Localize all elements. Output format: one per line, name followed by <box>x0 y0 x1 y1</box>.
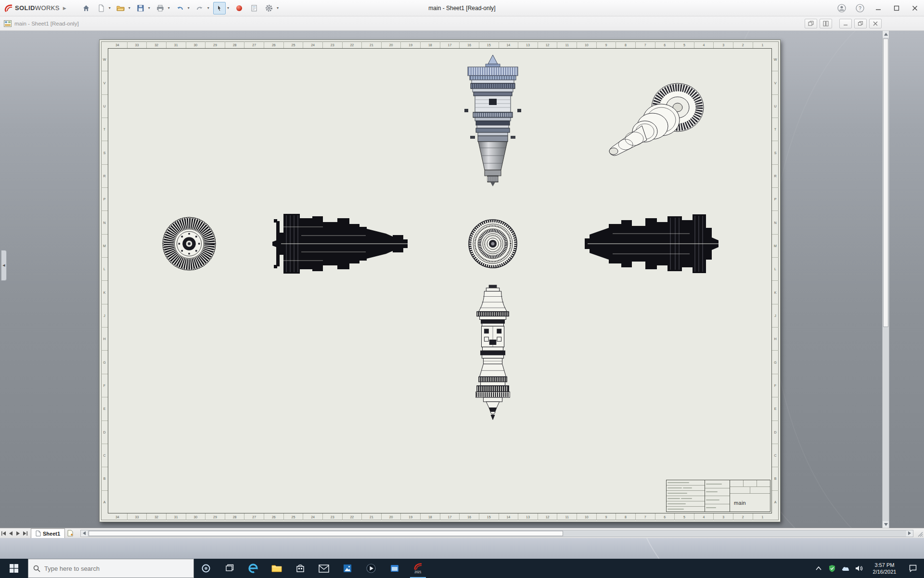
mail-button[interactable] <box>312 559 335 578</box>
options-dropdown-caret[interactable]: ▾ <box>275 6 280 10</box>
tab-sheet1[interactable]: Sheet1 <box>31 528 65 538</box>
feature-panel-collapse-tab[interactable]: ◀ <box>1 250 7 281</box>
user-account-button[interactable] <box>833 0 851 16</box>
zone-label: 5 <box>674 513 694 520</box>
drawing-view-side-right[interactable] <box>584 213 722 274</box>
print-dropdown-caret[interactable]: ▾ <box>167 6 171 10</box>
open-dropdown-caret[interactable]: ▾ <box>127 6 132 10</box>
task-view-icon <box>225 564 234 573</box>
doc-restore-button[interactable] <box>854 19 867 28</box>
next-sheet-button[interactable] <box>14 529 22 538</box>
redo-button[interactable] <box>193 2 206 14</box>
horizontal-scrollbar[interactable] <box>80 530 913 537</box>
zone-label: E <box>101 397 108 420</box>
search-input[interactable] <box>44 565 179 572</box>
help-button[interactable]: ? <box>851 0 869 16</box>
close-button[interactable] <box>906 0 924 16</box>
solidworks-logo-icon <box>4 3 13 13</box>
title-block-fields <box>705 480 730 512</box>
add-sheet-button[interactable] <box>65 529 76 538</box>
zone-label: R <box>772 164 779 187</box>
options-button[interactable] <box>263 2 275 14</box>
select-button[interactable] <box>213 2 226 14</box>
print-button[interactable] <box>154 2 167 14</box>
sphere-button[interactable] <box>233 2 245 14</box>
brand-expand-arrow[interactable]: ▶ <box>63 6 66 11</box>
cortana-button[interactable] <box>194 559 218 578</box>
title-block[interactable]: main <box>666 480 770 512</box>
solidworks-taskbar-button[interactable]: 2021 <box>406 559 430 578</box>
undo-button[interactable] <box>174 2 186 14</box>
zone-label: 18 <box>420 513 440 520</box>
zone-label: 26 <box>264 513 283 520</box>
windows-logo-icon <box>10 564 18 573</box>
open-button[interactable] <box>115 2 127 14</box>
zone-label: M <box>101 234 108 257</box>
save-dropdown-caret[interactable]: ▾ <box>147 6 152 10</box>
prev-sheet-button[interactable] <box>7 529 14 538</box>
minimize-icon <box>875 5 881 11</box>
select-dropdown-caret[interactable]: ▾ <box>226 6 231 10</box>
onedrive-cloud-icon[interactable] <box>839 559 852 578</box>
maximize-button[interactable] <box>887 0 906 16</box>
hidden-icons-chevron[interactable] <box>812 559 825 578</box>
zone-label: 21 <box>361 41 381 48</box>
volume-icon[interactable] <box>853 559 865 578</box>
scroll-down-arrow[interactable] <box>883 521 889 528</box>
taskbar-clock[interactable]: 3:57 PM 2/16/2021 <box>866 559 903 578</box>
doc-close-button[interactable] <box>869 19 882 28</box>
drawing-viewport[interactable]: ◀ 34333231302928272625242322212019181716… <box>0 31 924 528</box>
vertical-scrollbar[interactable] <box>882 31 889 528</box>
task-view-button[interactable] <box>218 559 241 578</box>
undo-dropdown-caret[interactable]: ▾ <box>186 6 191 10</box>
doc-minimize-button[interactable] <box>839 19 852 28</box>
print-icon <box>156 4 164 12</box>
zone-label: 12 <box>538 41 557 48</box>
window-resize-grip[interactable] <box>915 529 924 538</box>
zone-label: K <box>101 280 108 303</box>
sheet-icon <box>36 530 41 537</box>
redo-dropdown-caret[interactable]: ▾ <box>206 6 211 10</box>
edge-button[interactable] <box>241 559 265 578</box>
drawing-view-isometric[interactable] <box>596 79 711 162</box>
doc-cascade-button[interactable] <box>805 19 817 28</box>
open-folder-icon <box>116 4 125 12</box>
last-sheet-button[interactable] <box>22 529 29 538</box>
app-window-button[interactable] <box>383 559 406 578</box>
first-sheet-button[interactable] <box>0 529 7 538</box>
file-properties-button[interactable] <box>248 2 260 14</box>
zone-label: 14 <box>499 513 518 520</box>
drawing-view-bottom[interactable] <box>469 284 516 426</box>
vertical-scrollbar-thumb[interactable] <box>883 39 888 327</box>
drawing-view-fan-front[interactable] <box>161 215 218 272</box>
zone-label: 3 <box>713 41 733 48</box>
zone-label: E <box>772 397 779 420</box>
start-button[interactable] <box>0 559 28 578</box>
scroll-left-arrow[interactable] <box>81 530 88 537</box>
scroll-right-arrow[interactable] <box>906 530 913 537</box>
file-explorer-button[interactable] <box>265 559 288 578</box>
scroll-up-arrow[interactable] <box>883 31 889 38</box>
new-document-dropdown-caret[interactable]: ▾ <box>107 6 112 10</box>
drawing-view-side-left[interactable] <box>271 212 413 275</box>
zone-label: 30 <box>186 41 205 48</box>
new-document-button[interactable] <box>95 2 107 14</box>
action-center-button[interactable] <box>904 559 922 578</box>
zone-label: 8 <box>616 513 635 520</box>
drawing-view-front-shaded[interactable] <box>463 53 522 197</box>
zone-label: P <box>101 187 108 210</box>
home-button[interactable] <box>80 2 92 14</box>
doc-tile-button[interactable] <box>820 19 832 28</box>
drawing-sheet[interactable]: 3433323130292827262524232221201918171615… <box>99 39 781 522</box>
store-button[interactable] <box>288 559 312 578</box>
security-shield-icon[interactable] <box>826 559 838 578</box>
photos-button[interactable] <box>335 559 359 578</box>
minimize-button[interactable] <box>869 0 887 16</box>
horizontal-scrollbar-thumb[interactable] <box>89 531 563 536</box>
save-button[interactable] <box>134 2 147 14</box>
drawing-view-rear[interactable] <box>464 215 522 273</box>
app-window-icon <box>390 564 399 573</box>
zone-label: 31 <box>166 41 186 48</box>
taskbar-search[interactable] <box>28 559 194 578</box>
media-player-button[interactable] <box>359 559 383 578</box>
